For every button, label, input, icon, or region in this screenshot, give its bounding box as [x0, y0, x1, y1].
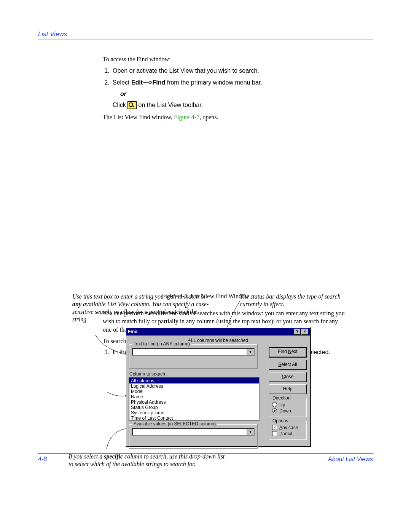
titlebar: Find ? × [126, 328, 310, 335]
find-next-button[interactable]: Find Next [269, 347, 307, 358]
page-footer: 4-8 About List Views [38, 453, 373, 463]
find-window: Find ? × ALL columns will be searched Te… [126, 327, 311, 447]
list-item[interactable]: Time of Last Contact [129, 415, 259, 421]
help-button-icon[interactable]: ? [294, 329, 301, 335]
radio-down[interactable]: Down [272, 408, 303, 414]
figure-ref-link[interactable]: Figure 4-7 [174, 114, 199, 120]
available-values-combo[interactable] [132, 428, 255, 436]
direction-group: Direction Up Down [269, 398, 307, 417]
callout-statusbar: The status bar displays the type of sear… [240, 293, 350, 308]
list-item[interactable]: Name [129, 394, 259, 399]
list-item[interactable]: System Up Time [129, 410, 259, 415]
intro-access: To access the Find window: [103, 55, 346, 64]
column-listbox[interactable]: All columns Logical Address Model Name P… [129, 377, 260, 421]
or-label: or [120, 90, 346, 98]
close-button[interactable]: Close [269, 372, 307, 382]
close-icon[interactable]: × [301, 329, 308, 335]
running-header: List Views [38, 30, 373, 40]
radio-up[interactable]: Up [272, 402, 303, 407]
callout-textbox: Use this text box to enter a string you … [72, 293, 213, 323]
step-2: Select Edit—>Find from the primary windo… [111, 78, 346, 109]
window-title: Find [128, 329, 137, 334]
chevron-down-icon[interactable] [247, 349, 254, 355]
step-1: Open or activate the List View that you … [111, 67, 346, 75]
page-number: 4-8 [38, 456, 47, 463]
figure-4-7: Use this text box to enter a string you … [49, 293, 362, 300]
options-group: Options ✓Any case Partial [269, 421, 307, 440]
opens-line: The List View Find window, Figure 4-7, o… [103, 113, 346, 121]
group-available-legend: Available values (in SELECTED column) [132, 421, 217, 427]
find-icon [127, 101, 137, 109]
section-title: About List Views [328, 456, 373, 463]
list-item[interactable]: Model [129, 389, 259, 394]
select-all-button[interactable]: Select All [269, 360, 307, 370]
list-item[interactable]: Status Group [129, 405, 259, 410]
column-to-search-label: Column to search : [129, 371, 258, 377]
header-rule [38, 40, 373, 40]
group-text-legend: Text to find (in ANY column) [132, 341, 191, 347]
text-to-find-input[interactable] [132, 348, 255, 356]
list-item[interactable]: Physical Address [129, 399, 259, 405]
check-partial[interactable]: Partial [272, 431, 303, 436]
list-item[interactable]: Logical Address [129, 383, 259, 389]
check-anycase[interactable]: ✓Any case [272, 425, 303, 430]
chevron-down-icon[interactable] [247, 429, 254, 435]
list-item[interactable]: All columns [129, 378, 259, 383]
help-button[interactable]: Help [269, 384, 307, 394]
